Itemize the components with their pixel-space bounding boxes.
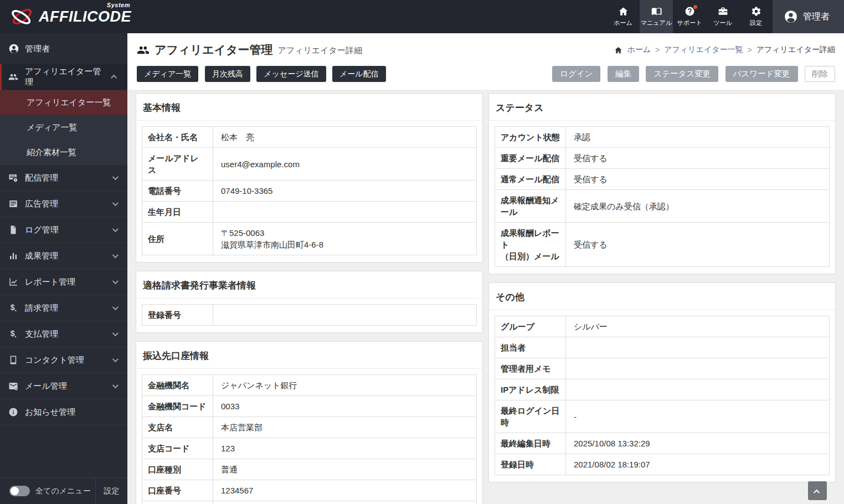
other-info-table: グループシルバー 担当者 管理者用メモ IPアドレス制限 最終ログイン日時- 最… xyxy=(495,316,830,475)
sidebar-user[interactable]: 管理者 xyxy=(0,33,127,64)
user-circle-icon xyxy=(784,9,798,24)
top-nav-user-menu[interactable]: 管理者 xyxy=(773,0,844,33)
users-icon xyxy=(137,44,150,56)
table-row: 最終ログイン日時- xyxy=(495,400,830,433)
card-title: 適格請求書発行事業者情報 xyxy=(136,271,482,299)
sidebar-item-delivery-mgmt[interactable]: 配信管理 xyxy=(0,165,127,191)
table-row: メールアドレスuser4@example.com xyxy=(142,148,477,181)
sidebar-item-notice-mgmt[interactable]: お知らせ管理 xyxy=(0,399,127,425)
table-row: 重要メール配信受信する xyxy=(495,148,830,169)
table-row: アカウント状態承認 xyxy=(495,127,830,148)
brand-logo[interactable]: AFFILICODE System xyxy=(0,0,144,33)
media-list-button[interactable]: メディア一覧 xyxy=(137,66,198,82)
page-subtitle: アフィリエイター詳細 xyxy=(277,44,362,56)
app-header: AFFILICODE System ホーム マニュアル サポート xyxy=(0,0,844,33)
sidebar-item-result-mgmt[interactable]: 成果管理 xyxy=(0,243,127,269)
table-row: 管理者用メモ xyxy=(495,358,830,379)
gear-icon xyxy=(751,6,761,17)
table-row: 登録番号 xyxy=(142,305,477,326)
monthly-balance-button[interactable]: 月次残高 xyxy=(205,66,250,82)
sidebar-item-contact-mgmt[interactable]: コンタクト管理 xyxy=(0,347,127,373)
chevron-down-icon xyxy=(112,278,119,284)
chevron-up-icon xyxy=(111,75,117,81)
all-menu-toggle[interactable] xyxy=(9,486,30,496)
svg-text:$: $ xyxy=(11,329,15,338)
table-row: 生年月日 xyxy=(142,202,477,223)
sidebar-item-ad-mgmt[interactable]: 広告管理 xyxy=(0,191,127,217)
card-title: 基本情報 xyxy=(136,94,482,121)
sidebar-item-mail-mgmt[interactable]: メール管理 xyxy=(0,373,127,399)
dollar-pay-icon: $ xyxy=(8,329,18,339)
sidebar-item-report-mgmt[interactable]: レポート管理 xyxy=(0,269,127,295)
brand-tagline: System xyxy=(107,2,130,8)
page-header: アフィリエイター管理 アフィリエイター詳細 ホーム > アフィリエイター一覧 >… xyxy=(127,33,844,90)
left-column: 基本情報 会社名・氏名松本 亮 メールアドレスuser4@example.com… xyxy=(136,93,483,504)
sidebar-settings-button[interactable]: 設定 xyxy=(95,478,127,504)
table-row: 会社名・氏名松本 亮 xyxy=(142,127,477,148)
file-icon xyxy=(8,225,18,235)
scroll-to-top-button[interactable] xyxy=(808,481,827,500)
breadcrumb-affiliate-list-link[interactable]: アフィリエイター一覧 xyxy=(664,45,743,55)
help-icon xyxy=(685,6,695,17)
breadcrumb-home-link[interactable]: ホーム xyxy=(627,45,651,55)
table-row: 口座番号1234567 xyxy=(142,480,477,501)
toolbar-right: ログイン 編集 ステータス変更 パスワード変更 削除 xyxy=(548,66,835,82)
card-title: 振込先口座情報 xyxy=(136,342,482,369)
change-status-button[interactable]: ステータス変更 xyxy=(646,66,718,82)
card-title: ステータス xyxy=(489,94,835,121)
table-row: 通常メール配信受信する xyxy=(495,169,830,190)
mail-delivery-button[interactable]: メール配信 xyxy=(332,66,386,82)
change-password-button[interactable]: パスワード変更 xyxy=(725,66,798,82)
chevron-down-icon xyxy=(112,200,119,206)
top-nav-support[interactable]: サポート xyxy=(673,0,706,33)
breadcrumb: ホーム > アフィリエイター一覧 > アフィリエイター詳細 xyxy=(614,45,835,55)
delete-button[interactable]: 削除 xyxy=(805,66,835,82)
breadcrumb-separator: > xyxy=(655,45,660,54)
table-row-partial xyxy=(142,501,477,504)
chevron-up-icon xyxy=(814,489,820,495)
table-row: 口座種別普通 xyxy=(142,459,477,480)
right-column: ステータス アカウント状態承認 重要メール配信受信する 通常メール配信受信する … xyxy=(488,93,836,491)
sidebar-item-referral-material-list[interactable]: 紹介素材一覧 xyxy=(0,140,127,165)
chevron-down-icon xyxy=(112,304,119,310)
basic-info-table: 会社名・氏名松本 亮 メールアドレスuser4@example.com 電話番号… xyxy=(142,126,477,255)
toggle-knob xyxy=(11,487,19,495)
top-nav-manual[interactable]: マニュアル xyxy=(640,0,673,33)
table-row: 担当者 xyxy=(495,337,830,358)
breadcrumb-separator: > xyxy=(748,45,752,54)
sidebar-footer: 全てのメニュー 設定 xyxy=(0,477,127,504)
main-area: アフィリエイター管理 アフィリエイター詳細 ホーム > アフィリエイター一覧 >… xyxy=(127,33,844,504)
mail-gear-icon xyxy=(8,381,18,391)
sidebar-item-log-mgmt[interactable]: ログ管理 xyxy=(0,217,127,243)
newspaper-icon xyxy=(8,199,18,209)
toolbox-icon xyxy=(718,6,728,17)
table-row: 電話番号0749-10-3365 xyxy=(142,181,477,202)
sidebar-item-payment-mgmt[interactable]: $ 支払管理 xyxy=(0,321,127,347)
status-card: ステータス アカウント状態承認 重要メール配信受信する 通常メール配信受信する … xyxy=(488,93,836,274)
basic-info-card: 基本情報 会社名・氏名松本 亮 メールアドレスuser4@example.com… xyxy=(136,93,483,263)
home-icon xyxy=(614,46,622,54)
brand-swoosh-icon xyxy=(10,6,34,28)
top-nav-home[interactable]: ホーム xyxy=(606,0,640,33)
brand-name: AFFILICODE System xyxy=(39,9,131,24)
top-nav-settings[interactable]: 設定 xyxy=(739,0,773,33)
broadcast-icon xyxy=(8,173,18,183)
table-row: 金融機関名ジャパンネット銀行 xyxy=(142,375,477,396)
dollar-receive-icon: $ xyxy=(8,303,18,313)
chevron-down-icon xyxy=(112,174,119,180)
table-row: IPアドレス制限 xyxy=(495,379,830,400)
chevron-down-icon xyxy=(112,356,119,362)
toolbar-left: メディア一覧 月次残高 メッセージ送信 メール配信 xyxy=(137,66,390,82)
sidebar-item-affiliate-mgmt[interactable]: アフィリエイター管理 xyxy=(0,64,127,90)
other-info-card: その他 グループシルバー 担当者 管理者用メモ IPアドレス制限 最終ログイン日… xyxy=(488,282,836,482)
sidebar-item-billing-mgmt[interactable]: $ 請求管理 xyxy=(0,295,127,321)
sidebar-item-affiliate-list[interactable]: アフィリエイター一覧 xyxy=(0,90,127,115)
edit-button[interactable]: 編集 xyxy=(608,66,639,82)
page-title: アフィリエイター管理 xyxy=(155,42,272,58)
send-message-button[interactable]: メッセージ送信 xyxy=(256,66,326,82)
bar-chart-icon xyxy=(8,251,18,261)
top-nav-tools[interactable]: ツール xyxy=(706,0,739,33)
sidebar-item-media-list[interactable]: メディア一覧 xyxy=(0,115,127,140)
notification-badge xyxy=(693,5,697,9)
login-button[interactable]: ログイン xyxy=(552,66,600,82)
